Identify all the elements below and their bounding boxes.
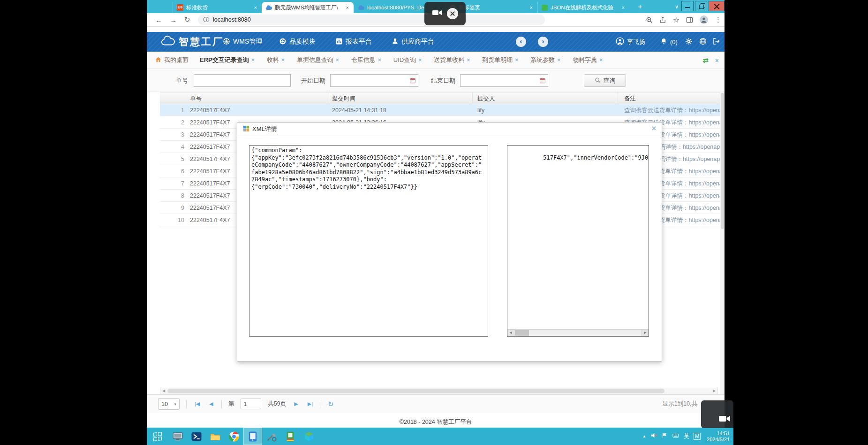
tab-close-icon[interactable]: × bbox=[418, 57, 422, 63]
order-no-input[interactable] bbox=[194, 74, 291, 87]
refresh-icon[interactable]: ↻ bbox=[328, 400, 334, 408]
workspace-tab[interactable]: 送货单收料× bbox=[434, 56, 470, 64]
chrome-icon[interactable] bbox=[225, 428, 243, 445]
tab-close-icon[interactable]: × bbox=[336, 57, 339, 63]
nav-item-quality[interactable]: 品质模块 bbox=[279, 32, 316, 52]
workspace-tab[interactable]: ERP交互记录查询× bbox=[200, 56, 255, 64]
camera-flip-icon[interactable] bbox=[432, 9, 442, 18]
response-json-textarea[interactable]: 517F4X7","innerVendorCode":"9J0014","inn… bbox=[507, 145, 649, 337]
scrollbar-thumb[interactable] bbox=[167, 389, 664, 393]
restore-button[interactable] bbox=[695, 1, 707, 11]
nav-scroll-left-icon[interactable]: ‹ bbox=[516, 37, 526, 47]
volume-muted-icon[interactable] bbox=[650, 432, 657, 441]
workspace-tab[interactable]: 系统参数× bbox=[530, 56, 560, 64]
user-menu[interactable]: 李飞扬 bbox=[616, 32, 645, 52]
flag-icon[interactable] bbox=[662, 432, 668, 441]
col-submitter[interactable]: 提交人 bbox=[477, 92, 618, 105]
first-page-button[interactable]: |◀ bbox=[193, 401, 201, 407]
tab-my-desktop[interactable]: 我的桌面 bbox=[155, 56, 189, 64]
settings-button[interactable] bbox=[685, 32, 693, 52]
tab-close-icon[interactable]: × bbox=[281, 57, 285, 63]
bookmark-star-icon[interactable]: ☆ bbox=[673, 15, 679, 24]
workspace-tab[interactable]: 到货单明细× bbox=[482, 56, 518, 64]
nav-item-report[interactable]: 报表平台 bbox=[335, 32, 372, 52]
nav-scroll-right-icon[interactable]: › bbox=[538, 37, 548, 47]
scrollbar-thumb[interactable] bbox=[515, 330, 529, 336]
screen-recorder-icon[interactable] bbox=[243, 428, 262, 445]
last-page-button[interactable]: ▶| bbox=[306, 401, 314, 407]
new-tab-button[interactable]: + bbox=[634, 1, 646, 12]
close-window-button[interactable] bbox=[709, 1, 725, 11]
end-date-input[interactable] bbox=[460, 74, 548, 87]
site-info-icon[interactable]: ⓘ bbox=[204, 16, 210, 24]
request-json-textarea[interactable]: {"commonParam": {"appKey":"3efc0273f2a82… bbox=[249, 145, 488, 337]
zoom-icon[interactable] bbox=[646, 16, 653, 23]
remote-desktop-icon[interactable] bbox=[168, 428, 187, 445]
start-button[interactable] bbox=[147, 428, 168, 445]
scroll-right-icon[interactable]: ▶ bbox=[642, 330, 649, 336]
powershell-icon[interactable] bbox=[187, 428, 206, 445]
system-tools-icon[interactable] bbox=[262, 428, 281, 445]
back-icon[interactable]: ← bbox=[151, 16, 166, 24]
tab-close-icon[interactable]: × bbox=[529, 5, 534, 10]
close-recorder-icon[interactable] bbox=[447, 8, 458, 19]
notifications-button[interactable]: (0) bbox=[660, 32, 678, 52]
tab-close-icon[interactable]: × bbox=[253, 5, 258, 10]
reload-icon[interactable]: ↻ bbox=[181, 15, 194, 24]
green-installer-icon[interactable] bbox=[281, 428, 300, 445]
page-size-select[interactable]: 10 ▾ bbox=[158, 398, 180, 410]
app-logo[interactable]: 智慧工厂 bbox=[161, 35, 224, 48]
workspace-tab[interactable]: 收料× bbox=[267, 56, 285, 64]
browser-tab[interactable]: JSON在线解析及格式化验× bbox=[537, 2, 629, 13]
tab-close-icon[interactable]: × bbox=[621, 5, 626, 10]
calendar-icon[interactable] bbox=[539, 77, 546, 85]
page-number-input[interactable] bbox=[241, 399, 261, 409]
forward-icon[interactable]: → bbox=[166, 16, 181, 24]
language-button[interactable] bbox=[699, 32, 707, 52]
side-panel-icon[interactable] bbox=[686, 16, 693, 23]
workspace-tab[interactable]: 仓库信息× bbox=[351, 56, 381, 64]
address-bar[interactable]: ⓘ localhost:8080 bbox=[198, 15, 545, 25]
share-icon[interactable] bbox=[659, 16, 666, 23]
next-page-button[interactable]: ▶ bbox=[293, 401, 299, 407]
textarea-horizontal-scrollbar[interactable]: ◀ ▶ bbox=[507, 329, 649, 336]
close-all-tabs-icon[interactable]: × bbox=[715, 57, 719, 64]
vertical-scrollbar[interactable] bbox=[720, 92, 725, 394]
start-date-input[interactable] bbox=[330, 74, 418, 87]
scroll-left-icon[interactable]: ◀ bbox=[507, 330, 514, 336]
nav-item-supplier[interactable]: 供应商平台 bbox=[392, 32, 434, 52]
nav-item-wms[interactable]: WMS管理 bbox=[223, 32, 262, 52]
taskbar-clock[interactable]: 14:51 2024/5/21 bbox=[707, 430, 730, 443]
browser-tab[interactable]: 鹏元晟WMS均维智慧工厂\× bbox=[262, 2, 354, 13]
tab-close-icon[interactable]: × bbox=[599, 57, 603, 63]
workspace-tab[interactable]: UID查询× bbox=[393, 56, 422, 64]
table-row[interactable]: 122240517F4X72024-05-21 14:31:18lify查询携客… bbox=[160, 104, 720, 116]
horizontal-scrollbar[interactable]: ◀ ▶ bbox=[160, 388, 718, 394]
query-button[interactable]: 查询 bbox=[584, 74, 626, 87]
refresh-swap-icon[interactable]: ⇄ bbox=[702, 56, 709, 65]
tab-close-icon[interactable]: × bbox=[378, 57, 381, 63]
col-order-no[interactable]: 单号 bbox=[190, 92, 328, 105]
profile-avatar[interactable] bbox=[700, 15, 708, 24]
ime-language-indicator[interactable]: 英 bbox=[684, 432, 689, 440]
prev-page-button[interactable]: ◀ bbox=[208, 401, 214, 407]
tray-expand-icon[interactable]: ▲ bbox=[642, 434, 646, 438]
ime-mode-indicator[interactable]: M bbox=[694, 433, 701, 440]
tab-close-icon[interactable]: × bbox=[467, 57, 470, 63]
file-explorer-icon[interactable] bbox=[206, 428, 225, 445]
workspace-tab[interactable]: 单据信息查询× bbox=[297, 56, 339, 64]
scroll-right-icon[interactable]: ▶ bbox=[711, 388, 717, 394]
tab-close-icon[interactable]: × bbox=[557, 57, 560, 63]
logout-button[interactable] bbox=[712, 32, 720, 52]
modal-close-icon[interactable]: × bbox=[652, 124, 656, 133]
scroll-left-icon[interactable]: ◀ bbox=[160, 388, 167, 394]
calendar-icon[interactable] bbox=[409, 77, 416, 85]
touch-keyboard-icon[interactable] bbox=[672, 432, 679, 441]
minimize-button[interactable] bbox=[681, 1, 694, 11]
col-submit-time[interactable]: 提交时间 bbox=[332, 92, 473, 105]
scrollbar-thumb[interactable] bbox=[721, 93, 724, 229]
col-remark[interactable]: 备注 bbox=[624, 92, 720, 105]
workspace-tab[interactable]: 物料字典× bbox=[573, 56, 603, 64]
browser-tab[interactable]: U9标准收货× bbox=[173, 2, 262, 13]
bluestacks-icon[interactable] bbox=[300, 428, 318, 445]
